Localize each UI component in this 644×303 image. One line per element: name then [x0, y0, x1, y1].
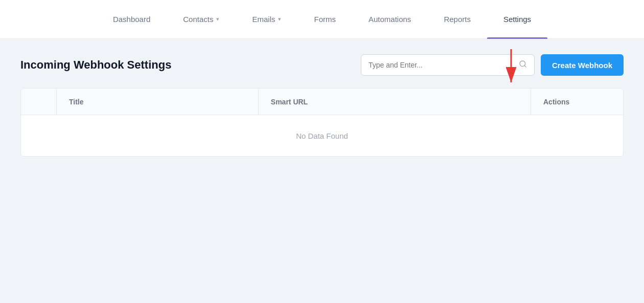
nav-item-contacts[interactable]: Contacts ▾ — [167, 0, 236, 39]
nav-label-emails: Emails — [252, 15, 275, 24]
table-body: No Data Found — [21, 115, 623, 156]
create-webhook-button[interactable]: Create Webhook — [541, 54, 624, 76]
nav-label-forms: Forms — [314, 15, 336, 24]
col-header-checkbox — [21, 89, 57, 115]
nav-label-settings: Settings — [503, 15, 531, 24]
col-header-title: Title — [57, 89, 259, 115]
navbar: Dashboard Contacts ▾ Emails ▾ Forms Auto… — [0, 0, 644, 39]
col-header-actions: Actions — [531, 89, 623, 115]
nav-item-settings[interactable]: Settings — [487, 0, 547, 39]
page-header: Incoming Webhook Settings — [20, 54, 624, 76]
nav-item-automations[interactable]: Automations — [352, 0, 427, 39]
nav-item-reports[interactable]: Reports — [427, 0, 487, 39]
emails-chevron-icon: ▾ — [278, 16, 281, 23]
contacts-chevron-icon: ▾ — [216, 16, 219, 23]
nav-label-dashboard: Dashboard — [113, 15, 150, 24]
nav-item-dashboard[interactable]: Dashboard — [97, 0, 167, 39]
search-box — [361, 54, 535, 76]
nav-label-contacts: Contacts — [183, 15, 213, 24]
nav-item-forms[interactable]: Forms — [297, 0, 352, 39]
empty-state-message: No Data Found — [296, 116, 348, 156]
header-actions: Create Webhook — [361, 54, 624, 76]
arrow-container: Create Webhook — [541, 54, 624, 76]
svg-line-1 — [524, 66, 526, 67]
nav-item-emails[interactable]: Emails ▾ — [236, 0, 297, 39]
page-title: Incoming Webhook Settings — [20, 58, 171, 72]
main-content: Incoming Webhook Settings — [0, 39, 644, 303]
nav-label-reports: Reports — [444, 15, 471, 24]
table-header: Title Smart URL Actions — [21, 89, 623, 115]
webhook-table: Title Smart URL Actions No Data Found — [20, 88, 624, 157]
search-icon — [519, 60, 527, 70]
search-input[interactable] — [369, 61, 515, 69]
nav-label-automations: Automations — [369, 15, 411, 24]
col-header-smart-url: Smart URL — [259, 89, 531, 115]
nav-items: Dashboard Contacts ▾ Emails ▾ Forms Auto… — [97, 0, 547, 39]
